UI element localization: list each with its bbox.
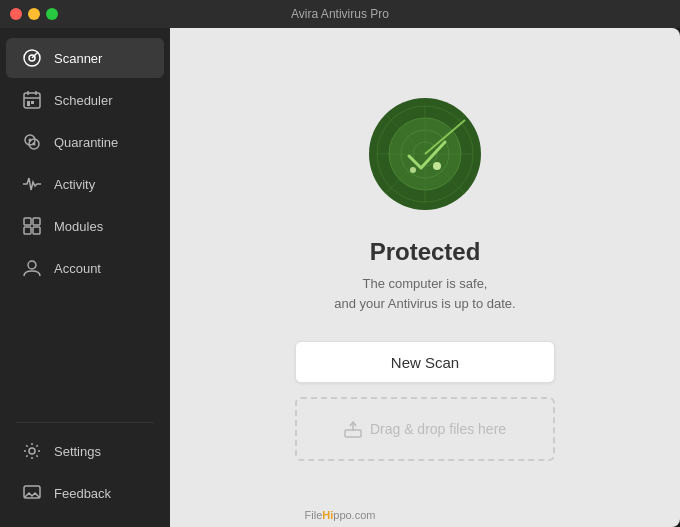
window-controls[interactable] [10, 8, 58, 20]
sidebar-bottom: Settings Feedback [0, 414, 170, 527]
svg-point-12 [29, 139, 32, 142]
drag-drop-label: Drag & drop files here [370, 421, 506, 437]
minimize-button[interactable] [28, 8, 40, 20]
scheduler-icon [22, 90, 42, 110]
main-content: Protected The computer is safe,and your … [170, 28, 680, 527]
svg-point-33 [410, 167, 416, 173]
svg-point-13 [33, 143, 36, 146]
settings-icon [22, 441, 42, 461]
sidebar-item-activity[interactable]: Activity [6, 164, 164, 204]
upload-icon [344, 420, 362, 438]
sidebar-label-modules: Modules [54, 219, 103, 234]
svg-point-18 [28, 261, 36, 269]
svg-rect-34 [345, 430, 361, 437]
sidebar-item-settings[interactable]: Settings [6, 431, 164, 471]
radar-svg [365, 94, 485, 214]
maximize-button[interactable] [46, 8, 58, 20]
sidebar-label-activity: Activity [54, 177, 95, 192]
app-body: Scanner Scheduler [0, 28, 680, 527]
close-button[interactable] [10, 8, 22, 20]
feedback-icon [22, 483, 42, 503]
svg-rect-16 [24, 227, 31, 234]
svg-point-32 [433, 162, 441, 170]
svg-rect-9 [27, 104, 30, 106]
sidebar-label-account: Account [54, 261, 101, 276]
new-scan-button[interactable]: New Scan [295, 341, 555, 383]
modules-icon [22, 216, 42, 236]
status-description: The computer is safe,and your Antivirus … [334, 274, 515, 313]
sidebar-divider [16, 422, 154, 423]
app-title: Avira Antivirus Pro [291, 7, 389, 21]
svg-rect-14 [24, 218, 31, 225]
drag-drop-area[interactable]: Drag & drop files here [295, 397, 555, 461]
sidebar-nav: Scanner Scheduler [0, 28, 170, 414]
sidebar-item-quarantine[interactable]: Quarantine [6, 122, 164, 162]
svg-rect-17 [33, 227, 40, 234]
sidebar-label-quarantine: Quarantine [54, 135, 118, 150]
quarantine-icon [22, 132, 42, 152]
sidebar-label-feedback: Feedback [54, 486, 111, 501]
account-icon [22, 258, 42, 278]
activity-icon [22, 174, 42, 194]
sidebar-item-feedback[interactable]: Feedback [6, 473, 164, 513]
sidebar: Scanner Scheduler [0, 28, 170, 527]
sidebar-label-scanner: Scanner [54, 51, 102, 66]
sidebar-item-account[interactable]: Account [6, 248, 164, 288]
sidebar-label-scheduler: Scheduler [54, 93, 113, 108]
svg-point-19 [29, 448, 35, 454]
svg-rect-3 [24, 93, 40, 108]
status-title: Protected [370, 238, 481, 266]
scanner-icon [22, 48, 42, 68]
sidebar-item-scheduler[interactable]: Scheduler [6, 80, 164, 120]
sidebar-item-modules[interactable]: Modules [6, 206, 164, 246]
svg-rect-7 [27, 101, 30, 104]
sidebar-item-scanner[interactable]: Scanner [6, 38, 164, 78]
svg-rect-8 [31, 101, 34, 104]
sidebar-label-settings: Settings [54, 444, 101, 459]
title-bar: Avira Antivirus Pro [0, 0, 680, 28]
radar-graphic [365, 94, 485, 214]
svg-rect-15 [33, 218, 40, 225]
